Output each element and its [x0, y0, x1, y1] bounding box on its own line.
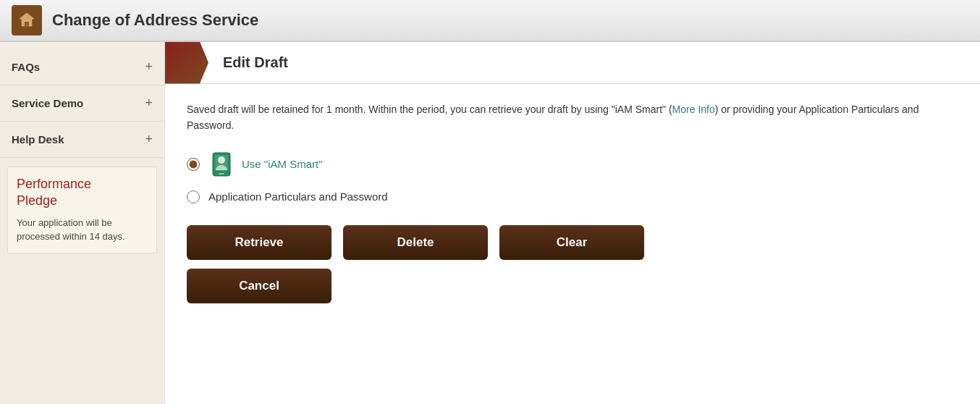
- sidebar-faqs-plus: +: [145, 59, 153, 75]
- edit-draft-content: Saved draft will be retained for 1 month…: [165, 84, 980, 329]
- primary-button-row: Retrieve Delete Clear: [187, 225, 958, 260]
- iam-smart-label: Use "iAM Smart": [208, 151, 323, 177]
- section-header-arrow: [165, 42, 208, 84]
- main-content: Edit Draft Saved draft will be retained …: [165, 42, 980, 404]
- pledge-text: Your application will be processed withi…: [17, 216, 148, 244]
- radio-iam-smart[interactable]: [187, 158, 200, 171]
- clear-button[interactable]: Clear: [499, 225, 644, 260]
- svg-point-3: [218, 156, 225, 164]
- retrieve-button[interactable]: Retrieve: [187, 225, 331, 260]
- sidebar-item-help-desk[interactable]: Help Desk +: [0, 122, 164, 158]
- radio-option-particulars[interactable]: Application Particulars and Password: [187, 190, 958, 203]
- sidebar-faqs-label: FAQs: [12, 61, 40, 73]
- main-layout: FAQs + Service Demo + Help Desk + Perfor…: [0, 42, 980, 404]
- app-header: Change of Address Service: [0, 0, 980, 42]
- svg-rect-4: [219, 173, 224, 174]
- radio-particulars[interactable]: [187, 190, 200, 203]
- section-title: Edit Draft: [223, 54, 288, 71]
- info-text-part1: Saved draft will be retained for 1 month…: [187, 104, 666, 115]
- performance-pledge-box: PerformancePledge Your application will …: [7, 167, 157, 253]
- cancel-button[interactable]: Cancel: [187, 269, 331, 303]
- radio-group: Use "iAM Smart" Application Particulars …: [187, 151, 958, 203]
- radio-option-iam-smart[interactable]: Use "iAM Smart": [187, 151, 958, 177]
- secondary-button-row: Cancel: [187, 269, 958, 303]
- more-info-link[interactable]: More Info: [672, 104, 715, 115]
- svg-rect-0: [25, 22, 29, 26]
- sidebar-help-desk-label: Help Desk: [12, 133, 64, 146]
- sidebar-service-demo-plus: +: [145, 96, 153, 111]
- sidebar-item-service-demo[interactable]: Service Demo +: [0, 85, 164, 122]
- info-text: Saved draft will be retained for 1 month…: [187, 101, 958, 134]
- page-title: Change of Address Service: [52, 11, 258, 30]
- sidebar: FAQs + Service Demo + Help Desk + Perfor…: [0, 42, 165, 404]
- pledge-title: PerformancePledge: [17, 176, 148, 210]
- particulars-label: Application Particulars and Password: [208, 190, 388, 203]
- iam-smart-icon: [208, 151, 235, 177]
- sidebar-item-faqs[interactable]: FAQs +: [0, 49, 164, 85]
- section-header: Edit Draft: [165, 42, 980, 84]
- sidebar-service-demo-label: Service Demo: [12, 97, 83, 109]
- app-logo: [12, 5, 42, 35]
- sidebar-help-desk-plus: +: [145, 132, 153, 147]
- iam-smart-text: Use "iAM Smart": [242, 158, 323, 170]
- delete-button[interactable]: Delete: [343, 225, 488, 260]
